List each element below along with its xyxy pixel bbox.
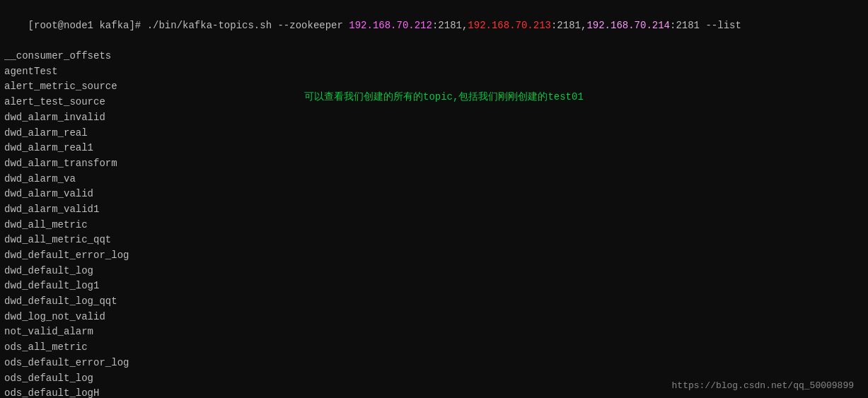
command-text: ./bin/kafka-topics.sh --zookeeper [147,20,349,31]
list-item: dwd_log_not_valid [4,310,864,325]
list-item: dwd_alarm_invalid [4,110,864,126]
list-item: ods_default_error_log [4,356,864,371]
list-item: dwd_alarm_transform [4,156,864,172]
blog-url: https://blog.csdn.net/qq_50009899 [672,380,854,391]
ip3: 192.168.70.214 [586,20,670,31]
terminal-window: [root@node1 kafka]# ./bin/kafka-topics.s… [0,0,868,398]
flag: --list [700,20,741,31]
list-item: agentTest [4,64,864,80]
list-item: dwd_alarm_valid [4,187,864,202]
port2: :2181, [551,20,586,31]
list-item: ods_all_metric [4,340,864,356]
list-item: dwd_alarm_va [4,172,864,187]
list-item: not_valid_alarm [4,324,864,340]
list-item: dwd_default_log [4,264,864,279]
ip2: 192.168.70.213 [468,20,551,31]
port3: :2181 [670,20,700,31]
command-line: [root@node1 kafka]# ./bin/kafka-topics.s… [4,3,864,49]
port1: :2181, [432,20,468,31]
list-item: dwd_alarm_real [4,126,864,141]
list-item: dwd_alarm_valid1 [4,202,864,218]
annotation-text: 可以查看我们创建的所有的topic,包括我们刚刚创建的test01 [304,90,584,103]
list-item: dwd_default_error_log [4,248,864,264]
list-item: dwd_default_log1 [4,279,864,294]
list-item: dwd_all_metric_qqt [4,233,864,248]
ip1: 192.168.70.212 [349,20,432,31]
list-item: dwd_default_log_qqt [4,294,864,310]
list-item: dwd_alarm_real1 [4,141,864,156]
list-item: __consumer_offsets [4,49,864,64]
list-item: dwd_all_metric [4,218,864,233]
prompt: [root@node1 kafka]# [28,20,147,31]
